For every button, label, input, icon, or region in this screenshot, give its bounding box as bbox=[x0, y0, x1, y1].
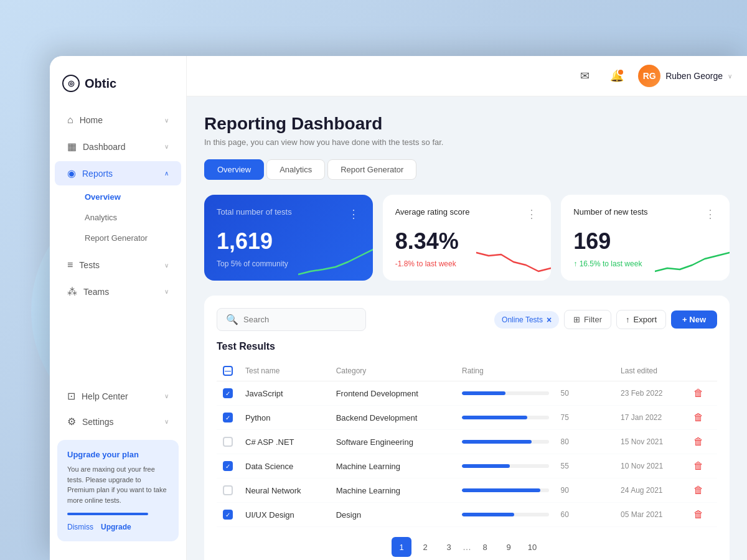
delete-row-0-icon[interactable]: 🗑 bbox=[693, 388, 703, 398]
table-header-row: Test name Category Rating Last edited bbox=[217, 361, 717, 381]
page-content: Reporting Dashboard In this page, you ca… bbox=[187, 96, 747, 560]
stat-card-total-tests: Total number of tests ⋮ 1,619 Top 5% of … bbox=[204, 195, 373, 281]
sidebar-item-reports[interactable]: ◉ Reports ∧ bbox=[55, 161, 181, 185]
page-btn-...: … bbox=[463, 542, 471, 552]
sidebar-item-teams[interactable]: ⁂ Teams ∨ bbox=[55, 279, 181, 304]
sidebar-sub-report-generator[interactable]: Report Generator bbox=[55, 228, 181, 248]
cell-rating-1: 75 bbox=[456, 406, 614, 430]
delete-row-2-icon[interactable]: 🗑 bbox=[693, 436, 703, 447]
export-button[interactable]: ↑ Export bbox=[616, 310, 666, 329]
stat-card-rating: Average rating score ⋮ 8.34% -1.8% to la… bbox=[383, 195, 552, 281]
rating-menu-icon[interactable]: ⋮ bbox=[526, 207, 538, 221]
delete-row-1-icon[interactable]: 🗑 bbox=[693, 412, 703, 422]
upgrade-button[interactable]: Upgrade bbox=[101, 523, 131, 531]
cell-name-2: C# ASP .NET bbox=[239, 430, 330, 454]
sidebar-help-label: Help Center bbox=[82, 391, 128, 401]
cell-category-1: Backend Development bbox=[330, 406, 456, 430]
tab-analytics[interactable]: Analytics bbox=[266, 159, 325, 180]
sidebar-home-label: Home bbox=[80, 115, 103, 125]
table-row: ✓ Python Backend Development 75 17 Jan 2… bbox=[217, 406, 717, 430]
page-btn-1[interactable]: 1 bbox=[392, 537, 411, 557]
cell-rating-3: 55 bbox=[456, 454, 614, 478]
filter-tag-online-tests[interactable]: Online Tests × bbox=[494, 311, 559, 329]
dismiss-button[interactable]: Dismiss bbox=[67, 523, 93, 531]
toolbar-right: Online Tests × ⊞ Filter ↑ Export + New bbox=[494, 310, 717, 329]
select-all-checkbox[interactable] bbox=[223, 366, 233, 376]
tab-overview[interactable]: Overview bbox=[204, 159, 264, 180]
sidebar-teams-label: Teams bbox=[83, 287, 109, 297]
bell-icon: 🔔 bbox=[610, 69, 624, 83]
total-tests-chart bbox=[298, 243, 373, 281]
new-tests-chart bbox=[655, 243, 730, 281]
sidebar-item-settings[interactable]: ⚙ Settings ∨ bbox=[55, 409, 181, 434]
cell-date-2: 15 Nov 2021 bbox=[614, 430, 687, 454]
filter-button[interactable]: ⊞ Filter bbox=[564, 310, 611, 329]
cell-category-5: Design bbox=[330, 503, 456, 527]
page-btn-9[interactable]: 9 bbox=[499, 537, 519, 557]
cell-category-3: Machine Learning bbox=[330, 454, 456, 478]
logo: ◎ Obtic bbox=[50, 68, 186, 107]
row-checkbox-0[interactable]: ✓ bbox=[223, 388, 233, 398]
logo-text: Obtic bbox=[85, 77, 116, 91]
mail-button[interactable]: ✉ bbox=[573, 65, 596, 87]
sidebar-bottom: ⊡ Help Center ∨ ⚙ Settings ∨ Upgrade you… bbox=[50, 370, 186, 548]
user-profile[interactable]: RG Ruben George ∨ bbox=[638, 65, 732, 87]
table-title: Test Results bbox=[217, 341, 717, 352]
delete-row-3-icon[interactable]: 🗑 bbox=[693, 460, 703, 471]
export-icon: ↑ bbox=[626, 315, 630, 324]
sidebar-item-home[interactable]: ⌂ Home ∨ bbox=[55, 108, 181, 132]
row-checkbox-1[interactable]: ✓ bbox=[223, 413, 233, 422]
dashboard-icon: ▦ bbox=[67, 141, 77, 152]
delete-row-5-icon[interactable]: 🗑 bbox=[693, 509, 703, 520]
row-checkbox-3[interactable]: ✓ bbox=[223, 461, 233, 471]
sidebar-item-dashboard[interactable]: ▦ Dashboard ∨ bbox=[55, 134, 181, 159]
page-btn-3[interactable]: 3 bbox=[439, 537, 459, 557]
search-box[interactable]: 🔍 bbox=[217, 308, 366, 331]
tab-report-generator[interactable]: Report Generator bbox=[327, 159, 416, 180]
table-row: ✓ UI/UX Design Design 60 05 Mar 2021 🗑 bbox=[217, 503, 717, 527]
help-chevron-icon: ∨ bbox=[164, 393, 169, 399]
cell-rating-2: 80 bbox=[456, 430, 614, 454]
settings-icon: ⚙ bbox=[67, 416, 76, 427]
notification-button[interactable]: 🔔 bbox=[606, 65, 628, 87]
new-tests-menu-icon[interactable]: ⋮ bbox=[705, 207, 717, 221]
pagination: 123…8910 bbox=[217, 537, 717, 557]
sidebar-sub-analytics[interactable]: Analytics bbox=[55, 208, 181, 227]
sidebar-item-tests[interactable]: ≡ Tests ∨ bbox=[55, 253, 181, 277]
tests-chevron-icon: ∨ bbox=[164, 262, 169, 269]
sidebar-dashboard-label: Dashboard bbox=[83, 142, 126, 152]
stats-row: Total number of tests ⋮ 1,619 Top 5% of … bbox=[204, 195, 730, 281]
user-chevron-icon: ∨ bbox=[728, 73, 732, 80]
row-checkbox-5[interactable]: ✓ bbox=[223, 510, 233, 520]
page-btn-2[interactable]: 2 bbox=[415, 537, 435, 557]
rating-chart bbox=[476, 243, 551, 281]
page-btn-8[interactable]: 8 bbox=[475, 537, 495, 557]
new-button[interactable]: + New bbox=[671, 310, 717, 329]
avatar: RG bbox=[638, 65, 660, 87]
cell-date-5: 05 Mar 2021 bbox=[614, 503, 687, 527]
sidebar-item-help[interactable]: ⊡ Help Center ∨ bbox=[55, 384, 181, 408]
search-input[interactable] bbox=[243, 315, 357, 324]
teams-icon: ⁂ bbox=[67, 286, 77, 297]
search-icon: 🔍 bbox=[226, 314, 238, 325]
results-table: Test name Category Rating Last edited ✓ … bbox=[217, 361, 717, 527]
reports-icon: ◉ bbox=[67, 167, 76, 179]
sidebar: ◎ Obtic ⌂ Home ∨ ▦ Dashboard ∨ ◉ Reports bbox=[50, 56, 187, 560]
page-subtitle: In this page, you can view how you have … bbox=[204, 138, 730, 147]
new-tests-label: Number of new tests bbox=[573, 207, 647, 217]
row-checkbox-4[interactable] bbox=[223, 485, 233, 495]
total-tests-menu-icon[interactable]: ⋮ bbox=[348, 207, 360, 221]
row-checkbox-2[interactable] bbox=[223, 437, 233, 447]
sidebar-sub-overview[interactable]: Overview bbox=[55, 187, 181, 207]
delete-row-4-icon[interactable]: 🗑 bbox=[693, 485, 703, 495]
table-row: C# ASP .NET Software Engineering 80 15 N… bbox=[217, 430, 717, 454]
cell-date-1: 17 Jan 2022 bbox=[614, 406, 687, 430]
page-btn-10[interactable]: 10 bbox=[522, 537, 542, 557]
filter-tag-remove-icon[interactable]: × bbox=[547, 315, 552, 325]
cell-rating-0: 50 bbox=[456, 381, 614, 406]
dashboard-chevron-icon: ∨ bbox=[164, 143, 169, 150]
user-name: Ruben George bbox=[665, 71, 723, 81]
filter-icon: ⊞ bbox=[573, 315, 580, 324]
col-test-name: Test name bbox=[239, 361, 330, 381]
cell-name-5: UI/UX Design bbox=[239, 503, 330, 527]
